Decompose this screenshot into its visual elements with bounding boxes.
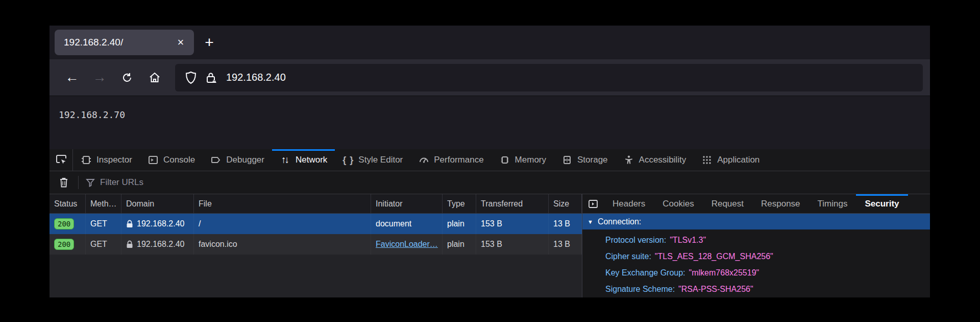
url-bar[interactable]: 192.168.2.40 xyxy=(175,64,923,91)
filter-urls-input[interactable]: Filter URLs xyxy=(100,177,143,188)
detail-label: Cipher suite: xyxy=(605,252,651,261)
tab-network[interactable]: ↑↓ Network xyxy=(272,149,335,171)
connection-section-title: Connection: xyxy=(598,217,641,226)
connection-section-header[interactable]: ▼ Connection: xyxy=(582,214,930,229)
initiator-link[interactable]: FaviconLoader… xyxy=(376,240,438,249)
collapse-caret-icon: ▼ xyxy=(587,219,593,225)
tab-application[interactable]: Application xyxy=(694,149,767,171)
accessibility-icon xyxy=(623,154,634,166)
tab-accessibility[interactable]: Accessibility xyxy=(616,149,694,171)
tab-bar: 192.168.2.40/ × + xyxy=(50,26,930,59)
network-filter-bar: Filter URLs xyxy=(50,171,930,194)
status-badge: 200 xyxy=(54,218,74,230)
col-size[interactable]: Size xyxy=(549,194,582,214)
tab-label: Performance xyxy=(434,155,483,165)
col-transferred[interactable]: Transferred xyxy=(476,194,549,214)
forward-button[interactable]: → xyxy=(88,66,111,89)
page-content: 192.168.2.70 xyxy=(50,96,930,149)
browser-window: 192.168.2.40/ × + ← → xyxy=(50,26,930,296)
method-cell: GET xyxy=(86,214,121,234)
back-button[interactable]: ← xyxy=(61,66,83,89)
status-badge: 200 xyxy=(54,239,74,250)
tab-request[interactable]: Request xyxy=(703,194,752,213)
tab-response[interactable]: Response xyxy=(752,194,809,213)
detail-value: "mlkem768x25519" xyxy=(689,268,760,278)
reload-button[interactable] xyxy=(116,66,138,89)
type-cell: plain xyxy=(443,214,476,234)
file-cell: favicon.ico xyxy=(194,234,371,255)
network-main: Status Meth… Domain File Initiator Type … xyxy=(50,194,930,297)
request-table-header: Status Meth… Domain File Initiator Type … xyxy=(50,194,582,214)
detail-label: Protocol version: xyxy=(605,236,666,245)
method-cell: GET xyxy=(86,234,121,255)
table-row[interactable]: 200 GET 192.168.2.40 favicon.ico Favicon… xyxy=(50,234,582,255)
request-table: Status Meth… Domain File Initiator Type … xyxy=(50,194,582,297)
col-type[interactable]: Type xyxy=(443,194,476,214)
domain-cell: 192.168.2.40 xyxy=(121,234,194,255)
security-detail-row: Key Exchange Group: "mlkem768x25519" xyxy=(605,265,930,281)
size-cell: 13 B xyxy=(549,214,582,234)
tab-title: 192.168.2.40/ xyxy=(64,37,174,48)
tab-storage[interactable]: Storage xyxy=(554,149,616,171)
table-row[interactable]: 200 GET 192.168.2.40 / document plai xyxy=(50,214,582,234)
tab-cookies[interactable]: Cookies xyxy=(654,194,702,213)
col-file[interactable]: File xyxy=(194,194,371,214)
new-tab-button[interactable]: + xyxy=(199,32,219,53)
debugger-icon xyxy=(210,154,222,166)
tab-timings[interactable]: Timings xyxy=(809,194,856,213)
console-icon xyxy=(148,154,159,166)
home-button[interactable] xyxy=(143,66,166,89)
tab-console[interactable]: Console xyxy=(140,149,203,171)
tab-inspector[interactable]: Inspector xyxy=(73,149,140,171)
browser-tab[interactable]: 192.168.2.40/ × xyxy=(55,30,194,55)
col-initiator[interactable]: Initiator xyxy=(371,194,443,214)
request-table-empty-area xyxy=(50,255,582,297)
tab-label: Debugger xyxy=(226,155,264,165)
transferred-cell: 153 B xyxy=(476,214,549,234)
performance-icon xyxy=(418,154,429,166)
col-domain[interactable]: Domain xyxy=(121,194,194,214)
security-detail-row: Protocol version: "TLSv1.3" xyxy=(605,232,930,248)
tab-label: Storage xyxy=(577,155,608,165)
col-method[interactable]: Meth… xyxy=(86,194,121,214)
tab-label: Application xyxy=(717,155,760,165)
devtools-panel: Inspector Console Debugger ↑ xyxy=(50,149,930,297)
pick-element-button[interactable] xyxy=(50,149,73,171)
initiator-cell: document xyxy=(371,214,443,234)
lock-icon xyxy=(126,240,133,248)
sidebar-toggle-icon[interactable] xyxy=(582,194,604,213)
size-cell: 13 B xyxy=(549,234,582,255)
tab-performance[interactable]: Performance xyxy=(410,149,491,171)
type-cell: plain xyxy=(443,234,476,255)
detail-value: "TLSv1.3" xyxy=(670,236,706,245)
file-cell: / xyxy=(194,214,371,234)
tab-debugger[interactable]: Debugger xyxy=(203,149,272,171)
lock-warning-icon[interactable] xyxy=(203,69,220,86)
toolbar-separator xyxy=(78,176,79,189)
navigation-toolbar: ← → xyxy=(50,59,930,96)
tab-label: Network xyxy=(296,155,327,165)
detail-value: "RSA-PSS-SHA256" xyxy=(678,285,753,294)
sidebar-tab-bar: Headers Cookies Request Response Timings… xyxy=(582,194,930,214)
clear-requests-button[interactable] xyxy=(55,174,73,191)
col-status[interactable]: Status xyxy=(50,194,86,214)
tab-security[interactable]: Security xyxy=(856,194,908,213)
lock-icon xyxy=(126,220,133,228)
filter-funnel-icon xyxy=(84,178,97,187)
domain-text: 192.168.2.40 xyxy=(137,240,184,249)
security-details: Protocol version: "TLSv1.3" Cipher suite… xyxy=(582,229,930,297)
page-body-text: 192.168.2.70 xyxy=(59,109,930,120)
shield-icon[interactable] xyxy=(182,69,200,86)
detail-label: Key Exchange Group: xyxy=(605,268,685,278)
devtools-tab-bar: Inspector Console Debugger ↑ xyxy=(50,149,930,171)
tab-label: Accessibility xyxy=(639,155,687,165)
tab-style-editor[interactable]: { } Style Editor xyxy=(335,149,410,171)
tab-label: Memory xyxy=(515,155,546,165)
style-editor-icon: { } xyxy=(342,154,354,166)
tab-headers[interactable]: Headers xyxy=(604,194,654,213)
inspector-icon xyxy=(81,154,92,166)
tab-close-icon[interactable]: × xyxy=(174,35,188,50)
memory-icon xyxy=(499,154,510,166)
tab-memory[interactable]: Memory xyxy=(492,149,554,171)
tab-label: Console xyxy=(163,155,195,165)
